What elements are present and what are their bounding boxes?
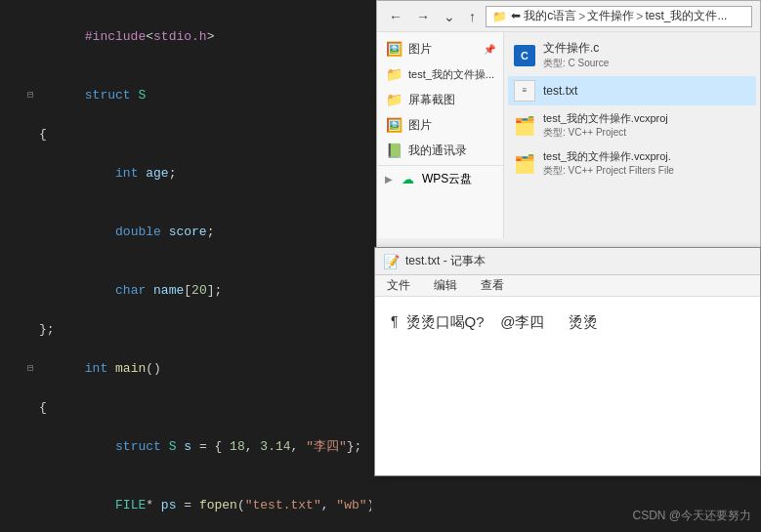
file-item-txt[interactable]: ≡ test.txt xyxy=(508,76,756,105)
code-content: int main() xyxy=(39,340,363,398)
address-part: 文件操作 xyxy=(587,8,634,24)
file-info: test_我的文件操作.vcxproj. 类型: VC++ Project Fi… xyxy=(543,149,750,178)
notepad-window: 📝 test.txt - 记事本 文件 编辑 查看 ¶ 烫烫口喝Q? @李四 烫… xyxy=(374,247,761,476)
sidebar-item-screenshots[interactable]: 📁 屏幕截图 xyxy=(377,87,503,112)
file-type: 类型: C Source xyxy=(543,57,750,70)
code-content: int age; xyxy=(39,144,363,203)
file-info: 文件操作.c 类型: C Source xyxy=(543,40,750,70)
notepad-icon: 📝 xyxy=(383,254,400,269)
file-explorer-window: ← → ⌄ ↑ 📁 ⬅ 我的c语言 > 文件操作 > test_我的文件... … xyxy=(376,0,761,259)
watermark: CSDN @今天还要努力 xyxy=(632,508,751,524)
code-line: FILE* ps = fopen("test.txt", "wb"); xyxy=(0,476,371,532)
notepad-title-bar: 📝 test.txt - 记事本 xyxy=(375,248,760,275)
explorer-title-bar: ← → ⌄ ↑ 📁 ⬅ 我的c语言 > 文件操作 > test_我的文件... xyxy=(377,1,760,32)
notepad-title: test.txt - 记事本 xyxy=(405,253,486,269)
notepad-text-row: ¶ 烫烫口喝Q? @李四 烫烫 xyxy=(391,308,744,335)
menu-view[interactable]: 查看 xyxy=(477,275,508,296)
address-folder-icon: 📁 xyxy=(492,10,507,23)
forward-button[interactable]: → xyxy=(412,7,434,26)
notepad-paragraph-mark: ¶ xyxy=(391,309,399,334)
expand-arrow-icon: ▶ xyxy=(385,174,393,184)
sidebar-item-label: 图片 xyxy=(408,41,432,58)
code-line: double score; xyxy=(0,203,371,262)
code-content: }; xyxy=(39,320,363,340)
notepad-content[interactable]: ¶ 烫烫口喝Q? @李四 烫烫 xyxy=(375,297,760,347)
code-content: char name[20]; xyxy=(39,262,363,320)
file-name: 文件操作.c xyxy=(543,40,750,57)
explorer-main: C 文件操作.c 类型: C Source ≡ test.txt 🗂️ xyxy=(504,32,760,238)
code-content: { xyxy=(39,398,363,418)
back-button[interactable]: ← xyxy=(385,7,406,26)
code-content: struct S xyxy=(39,66,363,125)
file-type: 类型: VC++ Project Filters File xyxy=(543,164,750,178)
vcxproj-filters-icon: 🗂️ xyxy=(514,153,535,175)
wps-icon: ☁ xyxy=(399,170,416,187)
file-item-vcxproj-filters[interactable]: 🗂️ test_我的文件操作.vcxproj. 类型: VC++ Project… xyxy=(508,145,756,182)
notepad-text: 烫烫口喝Q? @李四 烫烫 xyxy=(406,308,599,335)
sidebar-item-label: 图片 xyxy=(408,117,432,134)
sidebar-item-contacts[interactable]: 📗 我的通讯录 xyxy=(377,138,503,163)
file-info: test_我的文件操作.vcxproj 类型: VC++ Project xyxy=(543,111,750,140)
address-part: test_我的文件... xyxy=(645,8,727,24)
file-name: test_我的文件操作.vcxproj. xyxy=(543,149,750,164)
code-line: { xyxy=(0,398,371,418)
address-part: ⬅ 我的c语言 xyxy=(511,8,576,24)
menu-edit[interactable]: 编辑 xyxy=(430,275,461,296)
code-line: ⊟ int main() xyxy=(0,340,371,398)
dropdown-button[interactable]: ⌄ xyxy=(440,7,459,26)
sidebar-item-label: WPS云盘 xyxy=(422,171,472,187)
address-bar[interactable]: 📁 ⬅ 我的c语言 > 文件操作 > test_我的文件... xyxy=(486,6,752,27)
sidebar-item-pictures[interactable]: 🖼️ 图片 📌 xyxy=(377,36,503,61)
code-line: }; xyxy=(0,320,371,340)
contacts-icon: 📗 xyxy=(385,142,402,159)
explorer-sidebar: 🖼️ 图片 📌 📁 test_我的文件操... 📁 屏幕截图 🖼️ 图片 📗 我… xyxy=(377,32,504,238)
pictures-icon: 🖼️ xyxy=(385,40,402,58)
code-content: FILE* ps = fopen("test.txt", "wb"); xyxy=(39,476,371,532)
code-line: ⊟ struct S xyxy=(0,66,371,125)
code-content: double score; xyxy=(39,203,363,262)
sidebar-item-label: test_我的文件操... xyxy=(408,67,494,82)
pin-icon: 📌 xyxy=(484,44,495,55)
code-line: char name[20]; xyxy=(0,262,371,320)
file-item-vcxproj[interactable]: 🗂️ test_我的文件操作.vcxproj 类型: VC++ Project xyxy=(508,107,756,143)
file-name: test_我的文件操作.vcxproj xyxy=(543,111,750,126)
pictures2-icon: 🖼️ xyxy=(385,116,402,134)
code-line: int age; xyxy=(0,144,371,203)
vcxproj-file-icon: 🗂️ xyxy=(514,115,535,137)
file-item-c[interactable]: C 文件操作.c 类型: C Source xyxy=(508,36,756,74)
code-line: #include<stdio.h> xyxy=(0,8,371,66)
sidebar-item-label: 屏幕截图 xyxy=(408,92,455,108)
folder-icon: 📁 xyxy=(385,65,402,83)
sidebar-item-pictures2[interactable]: 🖼️ 图片 xyxy=(377,112,503,138)
address-sep: > xyxy=(636,10,643,23)
c-file-icon: C xyxy=(514,45,535,66)
screenshot-icon: 📁 xyxy=(385,91,402,108)
up-button[interactable]: ↑ xyxy=(465,7,480,26)
code-content: struct S s = { 18, 3.14, "李四"}; xyxy=(39,418,363,476)
sidebar-item-label: 我的通讯录 xyxy=(408,143,467,159)
code-line: struct S s = { 18, 3.14, "李四"}; xyxy=(0,418,371,476)
address-sep: > xyxy=(578,10,585,23)
file-name: test.txt xyxy=(543,84,750,98)
notepad-menu: 文件 编辑 查看 xyxy=(375,275,760,297)
sidebar-item-myfiles[interactable]: 📁 test_我的文件操... xyxy=(377,61,503,87)
file-type: 类型: VC++ Project xyxy=(543,126,750,140)
menu-file[interactable]: 文件 xyxy=(383,275,414,296)
fold-icon[interactable]: ⊟ xyxy=(27,86,39,105)
code-content: { xyxy=(39,125,363,144)
explorer-body: 🖼️ 图片 📌 📁 test_我的文件操... 📁 屏幕截图 🖼️ 图片 📗 我… xyxy=(377,32,760,238)
code-line: { xyxy=(0,125,371,144)
txt-file-icon: ≡ xyxy=(514,80,535,102)
file-info: test.txt xyxy=(543,84,750,98)
fold-icon[interactable]: ⊟ xyxy=(27,359,39,379)
code-editor: #include<stdio.h> ⊟ struct S { int age; … xyxy=(0,0,371,532)
code-content: #include<stdio.h> xyxy=(39,8,363,66)
sidebar-item-wps[interactable]: ▶ ☁ WPS云盘 xyxy=(377,165,503,191)
